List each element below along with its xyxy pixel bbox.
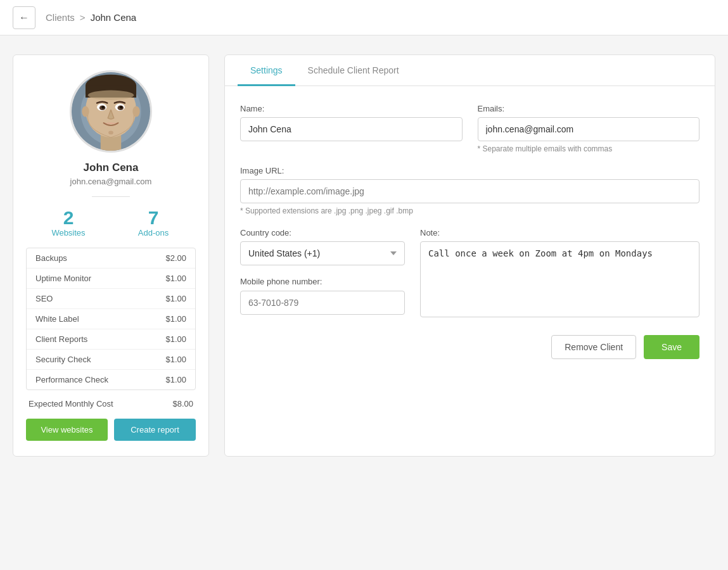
list-item: White Label$1.00 — [27, 309, 195, 329]
tab-schedule[interactable]: Schedule Client Report — [295, 55, 412, 86]
create-report-button[interactable]: Create report — [114, 419, 196, 441]
emails-group: Emails: * Separate multiple emails with … — [478, 104, 700, 153]
country-label: Country code: — [240, 228, 405, 238]
websites-label: Websites — [26, 228, 111, 238]
form-actions: Remove Client Save — [240, 335, 699, 359]
header: ← Clients > John Cena — [0, 0, 728, 35]
image-url-input[interactable] — [240, 179, 699, 203]
client-email-display: john.cena@gmail.com — [70, 177, 152, 186]
addon-name: Backups — [35, 253, 67, 263]
client-name: John Cena — [84, 162, 139, 174]
list-item: Security Check$1.00 — [27, 350, 195, 370]
addon-cost: $1.00 — [165, 375, 186, 384]
breadcrumb-current: John Cena — [91, 12, 137, 23]
svg-point-12 — [120, 106, 123, 109]
addon-cost: $1.00 — [165, 294, 186, 303]
svg-point-11 — [101, 106, 105, 109]
emails-label: Emails: — [478, 104, 700, 113]
addon-cost: $1.00 — [165, 314, 186, 324]
view-websites-button[interactable]: View websites — [26, 419, 108, 441]
name-input[interactable] — [240, 117, 463, 141]
settings-panel: Settings Schedule Client Report Name: Em… — [224, 54, 715, 457]
image-url-hint: * Supported extensions are .jpg .png .jp… — [240, 206, 699, 215]
country-select[interactable]: United States (+1)Canada (+1)United King… — [240, 241, 405, 265]
addon-cost: $2.00 — [165, 253, 186, 263]
addon-name: Performance Check — [35, 375, 108, 384]
svg-point-14 — [132, 106, 139, 117]
image-url-row: Image URL: * Supported extensions are .j… — [240, 166, 699, 215]
divider — [92, 196, 130, 197]
tab-content-settings: Name: Emails: * Separate multiple emails… — [225, 86, 715, 377]
country-group: Country code: United States (+1)Canada (… — [240, 228, 405, 317]
country-note-row: Country code: United States (+1)Canada (… — [240, 228, 699, 317]
stats-row: 2 Websites 7 Add-ons — [26, 207, 196, 238]
name-label: Name: — [240, 104, 463, 113]
addons-table: Backups$2.00Uptime Monitor$1.00SEO$1.00W… — [26, 248, 196, 390]
addon-cost: $1.00 — [165, 355, 186, 364]
note-group: Note: — [420, 228, 699, 317]
addons-count: 7 — [111, 207, 196, 228]
svg-point-15 — [108, 131, 113, 135]
phone-label: Mobile phone number: — [240, 277, 322, 286]
avatar — [70, 70, 152, 153]
addon-name: Uptime Monitor — [35, 274, 91, 283]
addon-cost: $1.00 — [165, 274, 186, 283]
addons-label: Add-ons — [111, 228, 196, 238]
phone-group: Mobile phone number: — [240, 276, 405, 315]
list-item: Uptime Monitor$1.00 — [27, 269, 195, 289]
name-group: Name: — [240, 104, 463, 153]
breadcrumb-separator: > — [80, 12, 86, 23]
breadcrumb: Clients > John Cena — [46, 12, 136, 23]
note-label: Note: — [420, 228, 699, 238]
addon-name: Security Check — [35, 355, 91, 364]
note-textarea[interactable] — [420, 241, 699, 317]
svg-point-6 — [88, 91, 134, 100]
expected-value: $8.00 — [172, 399, 193, 408]
svg-point-13 — [82, 106, 89, 117]
breadcrumb-parent[interactable]: Clients — [46, 12, 75, 23]
emails-input[interactable] — [478, 117, 700, 141]
image-url-group: Image URL: * Supported extensions are .j… — [240, 166, 699, 215]
back-button[interactable]: ← — [13, 6, 35, 29]
addon-name: White Label — [35, 314, 79, 324]
list-item: Performance Check$1.00 — [27, 370, 195, 390]
addon-cost: $1.00 — [165, 334, 186, 344]
emails-hint: * Separate multiple emails with commas — [478, 144, 700, 153]
save-button[interactable]: Save — [644, 335, 699, 359]
websites-count: 2 — [26, 207, 111, 228]
main-content: John Cena john.cena@gmail.com 2 Websites… — [0, 35, 728, 476]
addons-stat: 7 Add-ons — [111, 207, 196, 238]
action-buttons: View websites Create report — [26, 419, 196, 441]
addon-name: Client Reports — [35, 334, 87, 344]
tabs: Settings Schedule Client Report — [225, 55, 715, 86]
addon-name: SEO — [35, 294, 53, 303]
tab-settings[interactable]: Settings — [238, 55, 295, 86]
expected-cost: Expected Monthly Cost $8.00 — [26, 399, 196, 408]
list-item: Backups$2.00 — [27, 248, 195, 269]
remove-client-button[interactable]: Remove Client — [551, 335, 636, 359]
client-sidebar: John Cena john.cena@gmail.com 2 Websites… — [13, 54, 209, 457]
image-url-label: Image URL: — [240, 166, 699, 175]
list-item: SEO$1.00 — [27, 289, 195, 309]
websites-stat: 2 Websites — [26, 207, 111, 238]
name-emails-row: Name: Emails: * Separate multiple emails… — [240, 104, 699, 153]
expected-label: Expected Monthly Cost — [29, 399, 113, 408]
phone-input[interactable] — [240, 291, 405, 315]
list-item: Client Reports$1.00 — [27, 329, 195, 350]
